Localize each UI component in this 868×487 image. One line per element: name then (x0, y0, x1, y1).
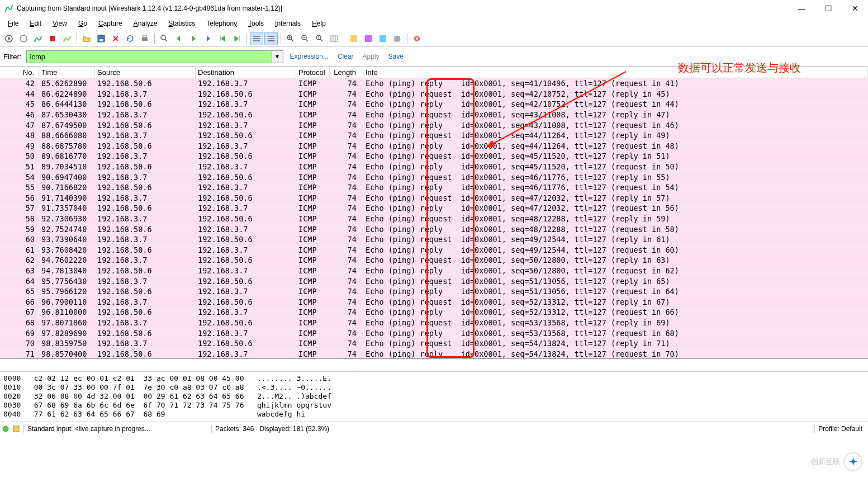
stop-icon[interactable] (46, 32, 59, 45)
packet-row[interactable]: 4285.6262890192.168.50.6192.168.3.7ICMP7… (0, 78, 868, 89)
menu-capture[interactable]: Capture (93, 18, 128, 29)
packet-row[interactable]: 6495.7756430192.168.3.7192.168.50.6ICMP7… (0, 276, 868, 286)
svg-rect-21 (365, 35, 372, 42)
menu-analyze[interactable]: Analyze (128, 18, 163, 29)
save-link[interactable]: Save (386, 53, 406, 60)
restart-icon[interactable] (60, 32, 74, 45)
packet-row[interactable]: 6093.7390640192.168.3.7192.168.50.6ICMP7… (0, 234, 868, 245)
status-packets: Packets: 346 · Displayed: 181 (52.3%) (211, 425, 333, 433)
close-file-icon[interactable] (109, 32, 122, 45)
capture-filters-icon[interactable] (347, 32, 361, 45)
goto-last-icon[interactable] (230, 32, 244, 45)
print-icon[interactable] (138, 32, 151, 45)
autoscroll-icon[interactable] (264, 32, 278, 45)
colorize-icon[interactable] (250, 32, 263, 45)
svg-text:1: 1 (317, 36, 320, 40)
packet-row[interactable]: 4888.6666080192.168.3.7192.168.50.6ICMP7… (0, 130, 868, 141)
packet-row[interactable]: 6796.8110000192.168.50.6192.168.3.7ICMP7… (0, 307, 868, 318)
col-time[interactable]: Time (39, 67, 95, 78)
packet-row[interactable]: 4486.6224890192.168.3.7192.168.50.6ICMP7… (0, 89, 868, 100)
maximize-button[interactable]: ☐ (815, 0, 841, 17)
display-filters-icon[interactable] (362, 32, 375, 45)
packet-row[interactable]: 7198.8570400192.168.50.6192.168.3.7ICMP7… (0, 348, 868, 358)
packet-row[interactable]: 7098.8359750192.168.3.7192.168.50.6ICMP7… (0, 338, 868, 349)
zoom-in-icon[interactable] (284, 32, 297, 45)
jump-icon[interactable] (201, 32, 215, 45)
svg-point-8 (161, 35, 165, 40)
packet-row[interactable]: 4586.6444130192.168.50.6192.168.3.7ICMP7… (0, 99, 868, 110)
packet-row[interactable]: 5189.7034510192.168.50.6192.168.3.7ICMP7… (0, 162, 868, 172)
menubar: File Edit View Go Capture Analyze Statis… (0, 17, 868, 30)
clear-link[interactable]: Clear (335, 53, 356, 60)
close-button[interactable]: ✕ (842, 0, 868, 17)
col-length[interactable]: Length (330, 67, 363, 78)
annotation-text: 数据可以正常发送与接收 (678, 60, 801, 75)
open-icon[interactable] (80, 32, 93, 45)
packet-row[interactable]: 6897.8071860192.168.3.7192.168.50.6ICMP7… (0, 318, 868, 328)
col-protocol[interactable]: Protocol (296, 67, 330, 78)
help-icon[interactable] (410, 32, 424, 45)
packet-row[interactable]: 6394.7813040192.168.50.6192.168.3.7ICMP7… (0, 266, 868, 276)
menu-edit[interactable]: Edit (24, 18, 47, 29)
resize-cols-icon[interactable] (328, 32, 341, 45)
menu-telephony[interactable]: Telephony (201, 18, 243, 29)
packet-row[interactable]: 4787.6749500192.168.50.6192.168.3.7ICMP7… (0, 120, 868, 130)
start-icon[interactable] (31, 32, 45, 45)
packet-row[interactable]: 4687.6530430192.168.3.7192.168.50.6ICMP7… (0, 110, 868, 120)
goto-first-icon[interactable] (216, 32, 229, 45)
packet-row[interactable]: 5892.7306930192.168.3.7192.168.50.6ICMP7… (0, 214, 868, 224)
expression-link[interactable]: Expression... (288, 53, 331, 60)
titlebar: Capturing from Standard input [Wireshark… (0, 0, 868, 17)
col-source[interactable]: Source (95, 67, 196, 78)
col-destination[interactable]: Destination (196, 67, 296, 78)
menu-tools[interactable]: Tools (243, 18, 269, 29)
packet-row[interactable]: 5490.6947400192.168.3.7192.168.50.6ICMP7… (0, 172, 868, 182)
packet-list[interactable]: 4285.6262890192.168.50.6192.168.3.7ICMP7… (0, 78, 868, 358)
toolbar: 1 (0, 30, 868, 47)
save-icon[interactable] (94, 32, 108, 45)
menu-file[interactable]: File (2, 18, 24, 29)
packet-row[interactable]: 4988.6875780192.168.50.6192.168.3.7ICMP7… (0, 141, 868, 152)
packet-row[interactable]: 5089.6816770192.168.3.7192.168.50.6ICMP7… (0, 151, 868, 162)
packet-row[interactable]: 5992.7524740192.168.50.6192.168.3.7ICMP7… (0, 224, 868, 234)
zoom-out-icon[interactable] (298, 32, 312, 45)
back-icon[interactable] (172, 32, 186, 45)
packet-row[interactable]: 6696.7900110192.168.3.7192.168.50.6ICMP7… (0, 296, 868, 307)
packet-row[interactable]: 6595.7966120192.168.50.6192.168.3.7ICMP7… (0, 286, 868, 297)
packet-row[interactable]: 5791.7357040192.168.50.6192.168.3.7ICMP7… (0, 203, 868, 214)
forward-icon[interactable] (187, 32, 200, 45)
frame-summary: Frame 41: 74 bytes on wire (592 bits), 7… (21, 370, 380, 371)
find-icon[interactable] (158, 32, 171, 45)
filter-label: Filter: (3, 53, 22, 61)
minimize-button[interactable]: — (789, 0, 814, 17)
packet-row[interactable]: 5590.7166820192.168.50.6192.168.3.7ICMP7… (0, 182, 868, 193)
svg-rect-9 (253, 36, 260, 37)
menu-go[interactable]: Go (73, 18, 93, 29)
packet-row[interactable]: 6294.7602220192.168.3.7192.168.50.6ICMP7… (0, 255, 868, 266)
svg-rect-12 (268, 36, 274, 37)
svg-rect-5 (99, 39, 103, 41)
status-profile[interactable]: Profile: Default (814, 425, 866, 433)
packet-row[interactable]: 6193.7608420192.168.50.6192.168.3.7ICMP7… (0, 245, 868, 256)
apply-link[interactable]: Apply (361, 53, 382, 60)
filter-dropdown[interactable]: ▾ (272, 50, 283, 63)
interfaces-icon[interactable] (2, 32, 16, 45)
packet-row[interactable]: 5691.7140390192.168.3.7192.168.50.6ICMP7… (0, 193, 868, 204)
status-bar: Standard input: <live capture in progres… (0, 422, 868, 435)
menu-view[interactable]: View (47, 18, 73, 29)
options-icon[interactable] (17, 32, 30, 45)
menu-statistics[interactable]: Statistics (163, 18, 201, 29)
svg-rect-22 (380, 35, 386, 42)
filter-input[interactable] (26, 50, 272, 63)
hex-dump[interactable]: 0000 c2 02 12 ec 00 01 c2 01 33 ac 00 01… (0, 371, 868, 422)
menu-help[interactable]: Help (306, 18, 331, 29)
status-edit-icon[interactable] (12, 425, 20, 433)
prefs-icon[interactable] (391, 32, 404, 45)
packet-row[interactable]: 6997.8289690192.168.50.6192.168.3.7ICMP7… (0, 328, 868, 338)
packet-detail[interactable]: +Frame 41: 74 bytes on wire (592 bits), … (0, 358, 868, 371)
col-no[interactable]: No. (0, 67, 39, 78)
menu-internals[interactable]: Internals (269, 18, 306, 29)
coloring-rules-icon[interactable] (376, 32, 390, 45)
zoom-reset-icon[interactable]: 1 (313, 32, 326, 45)
reload-icon[interactable] (124, 32, 137, 45)
